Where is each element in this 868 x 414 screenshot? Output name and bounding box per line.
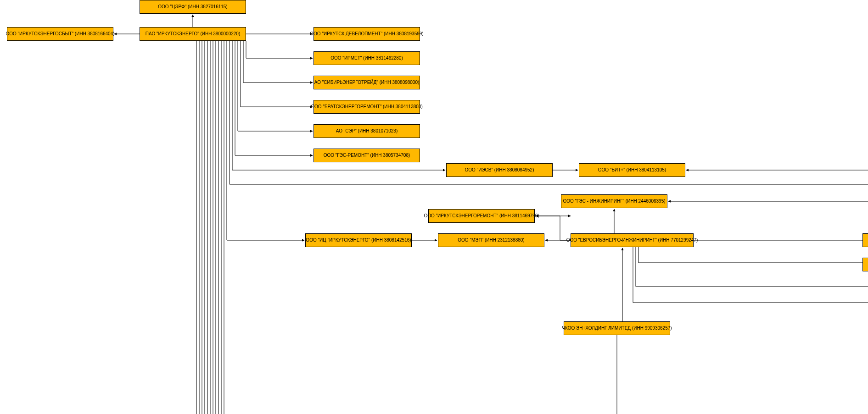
node-gesremont[interactable]: ООО "ГЭС-РЕМОНТ" (ИНН 3805734708) <box>314 149 420 162</box>
edge <box>633 247 868 303</box>
node-label: ПАО "ИРКУТСКЭНЕРГО" (ИНН 3800000220) <box>146 31 240 37</box>
edge <box>638 247 868 263</box>
node-label: ЧКОО ЭН+ХОЛДИНГ ЛИМИТЕД (ИНН 9909306257) <box>562 326 672 331</box>
node-label: ООО "БИТ+" (ИНН 3804113105) <box>598 167 666 173</box>
node-offscreen-1[interactable] <box>862 233 868 247</box>
node-label: ООО "ИЦ "ИРКУТСКЭНЕРГО" (ИНН 3808142516) <box>306 237 411 243</box>
edges-layer <box>0 0 868 414</box>
diagram-canvas: ООО "ЦЭРФ" (ИНН 3827016115) ПАО "ИРКУТСК… <box>0 0 868 414</box>
edge <box>238 41 313 131</box>
node-label: ООО "БРАТСКЭНЕРГОРЕМОНТ" (ИНН 3804113803… <box>311 104 422 110</box>
edge <box>246 41 313 58</box>
node-bitplus[interactable]: ООО "БИТ+" (ИНН 3804113105) <box>579 163 685 177</box>
node-label: ООО "ИРМЕТ" (ИНН 3811462280) <box>330 55 403 61</box>
node-label: АО "СЭР" (ИНН 3801071023) <box>336 128 398 134</box>
edge <box>243 41 313 83</box>
edge <box>241 41 313 107</box>
node-ic[interactable]: ООО "ИЦ "ИРКУТСКЭНЕРГО" (ИНН 3808142516) <box>305 233 412 247</box>
node-label: ООО "ИРКУТСК ДЕВЕЛОПМЕНТ" (ИНН 380819359… <box>310 31 423 37</box>
node-cerf[interactable]: ООО "ЦЭРФ" (ИНН 3827016115) <box>140 0 246 14</box>
node-label: ООО "ИЭСВ" (ИНН 3808084952) <box>465 167 534 173</box>
edge <box>235 41 313 155</box>
node-label: ООО "ИРКУТСКЭНЕРГОРЕМОНТ" (ИНН 381146979… <box>424 213 539 219</box>
node-irmet[interactable]: ООО "ИРМЕТ" (ИНН 3811462280) <box>314 51 420 65</box>
node-energoremont[interactable]: ООО "ИРКУТСКЭНЕРГОРЕМОНТ" (ИНН 381146979… <box>428 209 535 223</box>
node-label: ООО "ИРКУТСКЭНЕРГОСБЫТ" (ИНН 3808166404) <box>6 31 114 37</box>
node-gesengineering[interactable]: ООО "ГЭС - ИНЖИНИРИНГ" (ИНН 2446006395) <box>561 194 667 208</box>
edge <box>227 41 304 240</box>
node-iesv[interactable]: ООО "ИЭСВ" (ИНН 3808084952) <box>446 163 553 177</box>
node-label: ООО "ЕВРОСИБЭНЕРГО-ИНЖИНИРИНГ" (ИНН 7701… <box>566 237 698 243</box>
node-enholding[interactable]: ЧКОО ЭН+ХОЛДИНГ ЛИМИТЕД (ИНН 9909306257) <box>564 321 670 335</box>
node-label: ООО "ЦЭРФ" (ИНН 3827016115) <box>158 4 227 10</box>
node-euroengineering[interactable]: ООО "ЕВРОСИБЭНЕРГО-ИНЖИНИРИНГ" (ИНН 7701… <box>571 233 694 247</box>
node-energosbyt[interactable]: ООО "ИРКУТСКЭНЕРГОСБЫТ" (ИНН 3808166404) <box>7 27 113 41</box>
node-bratskremont[interactable]: ООО "БРАТСКЭНЕРГОРЕМОНТ" (ИНН 3804113803… <box>314 100 420 114</box>
node-irkutskenergo[interactable]: ПАО "ИРКУТСКЭНЕРГО" (ИНН 3800000220) <box>140 27 246 41</box>
node-label: АО "СИБИРЬЭНЕРГОТРЕЙД" (ИНН 3808098000) <box>314 80 420 85</box>
node-ser[interactable]: АО "СЭР" (ИНН 3801071023) <box>314 124 420 138</box>
node-label: ООО "ГЭС - ИНЖИНИРИНГ" (ИНН 2446006395) <box>563 199 665 204</box>
node-label: ООО "ГЭС-РЕМОНТ" (ИНН 3805734708) <box>324 153 410 158</box>
node-offscreen-2[interactable] <box>862 258 868 271</box>
node-label: ООО "МЭП" (ИНН 2312138880) <box>458 237 524 243</box>
node-development[interactable]: ООО "ИРКУТСК ДЕВЕЛОПМЕНТ" (ИНН 380819359… <box>314 27 420 41</box>
node-mep[interactable]: ООО "МЭП" (ИНН 2312138880) <box>438 233 544 247</box>
edge <box>636 247 868 287</box>
node-sibenergotreyd[interactable]: АО "СИБИРЬЭНЕРГОТРЕЙД" (ИНН 3808098000) <box>314 76 420 89</box>
